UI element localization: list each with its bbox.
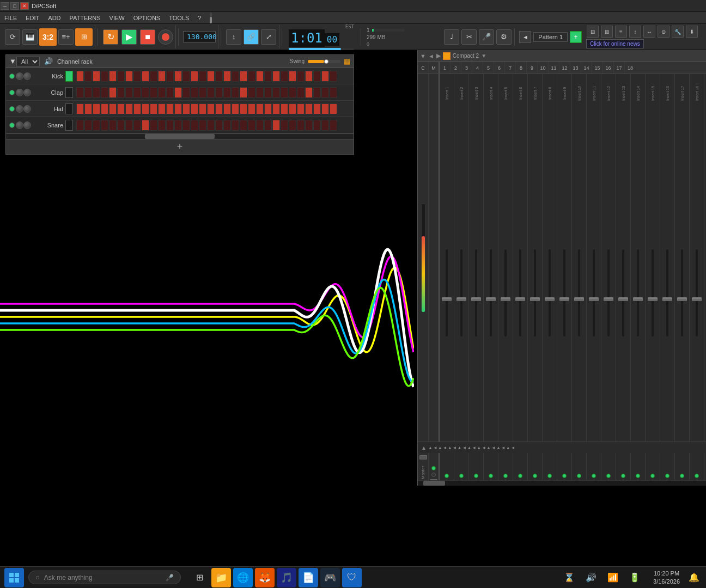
mx-send-3[interactable]: ▲: [438, 445, 442, 450]
cr-pad[interactable]: [223, 71, 231, 82]
cr-pad[interactable]: [215, 120, 223, 131]
mx-ctrl-2[interactable]: ⊞: [601, 26, 613, 38]
mx-icon-2[interactable]: ▶: [436, 52, 441, 59]
cr-active-hat[interactable]: [65, 103, 73, 114]
cr-pad[interactable]: [281, 71, 288, 82]
cr-pad[interactable]: [313, 87, 321, 98]
mx-fader-handle-10[interactable]: [574, 297, 584, 301]
cr-pad[interactable]: [232, 120, 239, 131]
cr-pad[interactable]: [232, 71, 239, 82]
cr-pad[interactable]: [321, 87, 329, 98]
cr-pad[interactable]: [240, 71, 247, 82]
toolbar-icon-4[interactable]: ≡+: [58, 29, 74, 45]
mx-fader-handle-6[interactable]: [515, 297, 525, 301]
cr-pad[interactable]: [158, 87, 166, 98]
mx-send-11[interactable]: ▲: [477, 445, 481, 450]
mx-fader-handle-8[interactable]: [545, 297, 555, 301]
mx-fader-handle-14[interactable]: [633, 297, 643, 301]
mx-insert-led-3[interactable]: [474, 474, 478, 478]
cr-pad[interactable]: [232, 103, 239, 114]
mx-insert-led-8[interactable]: [547, 474, 552, 478]
news-button[interactable]: Click for online news: [586, 39, 644, 48]
cr-pad[interactable]: [84, 103, 92, 114]
cr-pad[interactable]: [133, 87, 141, 98]
cr-active-snare[interactable]: [65, 120, 73, 131]
cr-pad[interactable]: [248, 87, 255, 98]
cr-pad[interactable]: [166, 71, 174, 82]
cr-dropdown-arrow[interactable]: ▼: [9, 57, 16, 65]
close-button[interactable]: ✕: [20, 2, 29, 10]
cr-pan-clap[interactable]: [23, 89, 31, 96]
cr-pad[interactable]: [240, 120, 247, 131]
cr-led-snare[interactable]: [9, 122, 15, 128]
cr-pad[interactable]: [223, 120, 231, 131]
mx-ctrl-5[interactable]: ↔: [643, 26, 655, 38]
prev-pattern-button[interactable]: ◄: [519, 31, 531, 43]
cr-pad[interactable]: [207, 87, 215, 98]
mx-insert-led-7[interactable]: [533, 474, 537, 478]
cr-pad[interactable]: [297, 120, 305, 131]
cr-pad[interactable]: [297, 87, 305, 98]
mx-insert-led-15[interactable]: [650, 474, 655, 478]
menu-add[interactable]: ADD: [44, 14, 65, 22]
cr-pad[interactable]: [150, 71, 157, 82]
cr-pad[interactable]: [117, 120, 125, 131]
cr-pad[interactable]: [133, 120, 141, 131]
mx-send-16[interactable]: ◄: [501, 445, 506, 450]
cr-pad[interactable]: [215, 87, 223, 98]
cr-pad[interactable]: [174, 87, 182, 98]
cr-pad[interactable]: [174, 71, 182, 82]
cr-pad[interactable]: [125, 87, 133, 98]
cr-pad[interactable]: [101, 87, 108, 98]
cr-pad[interactable]: [158, 120, 166, 131]
mx-insert-led-1[interactable]: [445, 474, 449, 478]
cr-pad[interactable]: [256, 87, 264, 98]
cr-filter-dropdown[interactable]: All: [16, 57, 40, 66]
taskbar-app-shield[interactable]: 🛡: [342, 568, 362, 587]
cr-pan-kick[interactable]: [23, 72, 31, 80]
cr-pad[interactable]: [182, 71, 190, 82]
cr-pad[interactable]: [248, 103, 255, 114]
cr-pad[interactable]: [215, 71, 223, 82]
sys-icon-1[interactable]: ⌛: [562, 570, 577, 585]
mx-scroll-thumb[interactable]: [423, 481, 445, 486]
cr-pad[interactable]: [150, 120, 157, 131]
mx-ctrl-1[interactable]: ⊟: [587, 26, 599, 38]
cr-pad[interactable]: [125, 120, 133, 131]
cr-pad[interactable]: [305, 103, 313, 114]
cr-pad[interactable]: [84, 120, 92, 131]
cr-pad[interactable]: [313, 71, 321, 82]
mx-insert-led-13[interactable]: [621, 474, 625, 478]
taskbar-app-taskview[interactable]: ⊞: [190, 568, 209, 587]
cr-pad[interactable]: [330, 87, 337, 98]
mx-fader-handle-5[interactable]: [501, 297, 510, 301]
cr-pad[interactable]: [330, 103, 337, 114]
cr-pad[interactable]: [207, 120, 215, 131]
cr-pad[interactable]: [84, 71, 92, 82]
menu-file[interactable]: FILE: [0, 14, 21, 22]
cr-pad[interactable]: [313, 103, 321, 114]
mx-fader-handle-18[interactable]: [692, 297, 702, 301]
cr-pad[interactable]: [182, 103, 190, 114]
cr-pad[interactable]: [232, 87, 239, 98]
cr-pad[interactable]: [305, 71, 313, 82]
cr-pad[interactable]: [305, 120, 313, 131]
cr-pad[interactable]: [166, 103, 174, 114]
cr-pad[interactable]: [321, 71, 329, 82]
mx-insert-led-4[interactable]: [489, 474, 493, 478]
cr-pad[interactable]: [256, 71, 264, 82]
search-bar[interactable]: ○ Ask me anything 🎤: [28, 571, 181, 584]
taskbar-app-files[interactable]: 📁: [211, 568, 231, 587]
cr-pad[interactable]: [330, 120, 337, 131]
cr-pad[interactable]: [264, 103, 272, 114]
mx-up-arrow[interactable]: ▲: [420, 444, 428, 451]
mx-send-2[interactable]: ◄: [433, 445, 437, 450]
cr-pad[interactable]: [174, 103, 182, 114]
mic-icon[interactable]: 🎤: [479, 29, 494, 45]
cr-pad[interactable]: [84, 87, 92, 98]
mx-dropdown-arrow[interactable]: ▼: [481, 53, 486, 59]
cr-pad[interactable]: [330, 71, 337, 82]
mx-fader-handle-17[interactable]: [677, 297, 687, 301]
cr-pad[interactable]: [142, 87, 149, 98]
plugin-icon-1[interactable]: ↕: [226, 29, 241, 45]
